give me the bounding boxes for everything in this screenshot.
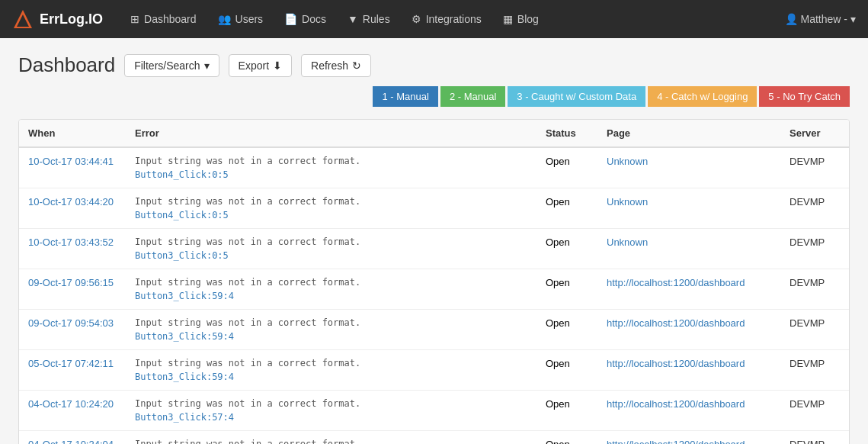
cell-status: Open <box>536 391 597 431</box>
error-line2[interactable]: Button3_Click:59:4 <box>135 372 234 382</box>
cell-page[interactable]: http://localhost:1200/dashboard <box>597 269 780 310</box>
cell-error[interactable]: Input string was not in a correct format… <box>126 147 536 188</box>
chevron-down-icon: ▾ <box>204 60 210 72</box>
error-line2[interactable]: Button4_Click:0:5 <box>135 169 229 180</box>
cell-server: DEVMP <box>780 431 849 445</box>
nav-docs[interactable]: 📄 Docs <box>275 8 335 30</box>
cell-when: 10-Oct-17 03:44:20 <box>19 188 126 229</box>
main-content: Dashboard Filters/Search ▾ Export ⬇ Refr… <box>0 38 868 444</box>
cell-page: Unknown <box>597 188 780 229</box>
cell-status: Open <box>536 269 597 310</box>
tab-5-button[interactable]: 5 - No Try Catch <box>759 86 850 107</box>
error-line1: Input string was not in a correct format… <box>135 439 360 444</box>
cell-when: 05-Oct-17 07:42:11 <box>19 350 126 391</box>
cell-error[interactable]: Input string was not in a correct format… <box>126 229 536 269</box>
docs-icon: 📄 <box>284 13 297 25</box>
table-row[interactable]: 04-Oct-17 10:24:20Input string was not i… <box>19 391 849 431</box>
cell-page[interactable]: http://localhost:1200/dashboard <box>597 350 780 391</box>
error-line1: Input string was not in a correct format… <box>135 317 360 328</box>
tab-3-button[interactable]: 3 - Caught w/ Custom Data <box>508 86 645 107</box>
cell-status: Open <box>536 431 597 445</box>
cell-when: 09-Oct-17 09:56:15 <box>19 269 126 310</box>
col-header-status: Status <box>536 120 597 147</box>
cell-status: Open <box>536 350 597 391</box>
cell-server: DEVMP <box>780 269 849 310</box>
export-button[interactable]: Export ⬇ <box>229 54 292 77</box>
nav-users[interactable]: 👥 Users <box>209 8 273 30</box>
cell-status: Open <box>536 229 597 269</box>
user-dropdown-icon: ▾ <box>850 13 856 25</box>
cell-when: 04-Oct-17 10:24:20 <box>19 391 126 431</box>
error-line2[interactable]: Button3_Click:59:4 <box>135 331 234 342</box>
cell-error[interactable]: Input string was not in a correct format… <box>126 431 536 445</box>
table-row[interactable]: 10-Oct-17 03:44:41Input string was not i… <box>19 147 849 188</box>
cell-error[interactable]: Input string was not in a correct format… <box>126 310 536 350</box>
cell-page[interactable]: http://localhost:1200/dashboard <box>597 391 780 431</box>
refresh-button[interactable]: Refresh ↻ <box>301 54 371 77</box>
nav-integrations[interactable]: ⚙ Integrations <box>402 8 491 30</box>
table-row[interactable]: 10-Oct-17 03:43:52Input string was not i… <box>19 229 849 269</box>
error-line1: Input string was not in a correct format… <box>135 236 360 247</box>
table-row[interactable]: 04-Oct-17 10:24:04Input string was not i… <box>19 431 849 445</box>
col-header-error: Error <box>126 120 536 147</box>
cell-server: DEVMP <box>780 188 849 229</box>
nav-links: ⊞ Dashboard 👥 Users 📄 Docs ▼ Rules ⚙ Int… <box>121 8 785 30</box>
cell-server: DEVMP <box>780 350 849 391</box>
error-table-wrap: When Error Status Page Server 10-Oct-17 … <box>18 119 850 444</box>
error-line1: Input string was not in a correct format… <box>135 398 360 409</box>
cell-page[interactable]: http://localhost:1200/dashboard <box>597 310 780 350</box>
cell-when: 10-Oct-17 03:44:41 <box>19 147 126 188</box>
nav-dashboard[interactable]: ⊞ Dashboard <box>121 8 206 30</box>
tab-1-button[interactable]: 1 - Manual <box>373 86 437 107</box>
tab-4-button[interactable]: 4 - Catch w/ Logging <box>648 86 757 107</box>
table-body: 10-Oct-17 03:44:41Input string was not i… <box>19 147 849 444</box>
cell-status: Open <box>536 310 597 350</box>
cell-error[interactable]: Input string was not in a correct format… <box>126 350 536 391</box>
navbar: ErrLog.IO ⊞ Dashboard 👥 Users 📄 Docs ▼ R… <box>0 0 868 38</box>
col-header-server: Server <box>780 120 849 147</box>
cell-page: Unknown <box>597 229 780 269</box>
error-line2[interactable]: Button3_Click:59:4 <box>135 291 234 301</box>
cell-when: 04-Oct-17 10:24:04 <box>19 431 126 445</box>
cell-server: DEVMP <box>780 310 849 350</box>
tab-2-button[interactable]: 2 - Manual <box>440 86 505 107</box>
export-icon: ⬇ <box>273 60 282 72</box>
cell-page[interactable]: http://localhost:1200/dashboard <box>597 431 780 445</box>
error-line1: Input string was not in a correct format… <box>135 358 360 368</box>
tabs-group: 1 - Manual 2 - Manual 3 - Caught w/ Cust… <box>373 86 850 107</box>
nav-blog[interactable]: ▦ Blog <box>494 8 548 30</box>
filter-icon: ▼ <box>348 13 358 25</box>
users-icon: 👥 <box>218 13 231 25</box>
table-header-row: When Error Status Page Server <box>19 120 849 147</box>
cell-status: Open <box>536 188 597 229</box>
brand-icon <box>12 8 34 30</box>
brand[interactable]: ErrLog.IO <box>12 8 103 30</box>
cell-server: DEVMP <box>780 391 849 431</box>
table-row[interactable]: 09-Oct-17 09:56:15Input string was not i… <box>19 269 849 310</box>
filters-button[interactable]: Filters/Search ▾ <box>124 54 219 77</box>
error-line2[interactable]: Button3_Click:57:4 <box>135 412 234 423</box>
cell-server: DEVMP <box>780 147 849 188</box>
table-row[interactable]: 09-Oct-17 09:54:03Input string was not i… <box>19 310 849 350</box>
cell-when: 10-Oct-17 03:43:52 <box>19 229 126 269</box>
error-line2[interactable]: Button3_Click:0:5 <box>135 250 229 261</box>
table-row[interactable]: 05-Oct-17 07:42:11Input string was not i… <box>19 350 849 391</box>
error-table: When Error Status Page Server 10-Oct-17 … <box>19 120 849 444</box>
cell-page: Unknown <box>597 147 780 188</box>
nav-rules[interactable]: ▼ Rules <box>338 8 399 30</box>
integrations-icon: ⚙ <box>412 13 421 25</box>
error-line1: Input string was not in a correct format… <box>135 156 360 166</box>
col-header-page: Page <box>597 120 780 147</box>
cell-error[interactable]: Input string was not in a correct format… <box>126 391 536 431</box>
page-header: Dashboard Filters/Search ▾ Export ⬇ Refr… <box>18 53 850 107</box>
table-row[interactable]: 10-Oct-17 03:44:20Input string was not i… <box>19 188 849 229</box>
cell-error[interactable]: Input string was not in a correct format… <box>126 269 536 310</box>
col-header-when: When <box>19 120 126 147</box>
cell-error[interactable]: Input string was not in a correct format… <box>126 188 536 229</box>
error-line1: Input string was not in a correct format… <box>135 277 360 288</box>
refresh-icon: ↻ <box>352 60 361 72</box>
error-line2[interactable]: Button4_Click:0:5 <box>135 210 229 220</box>
user-menu[interactable]: 👤 Matthew - ▾ <box>785 13 856 25</box>
cell-status: Open <box>536 147 597 188</box>
user-icon: 👤 <box>785 13 798 25</box>
